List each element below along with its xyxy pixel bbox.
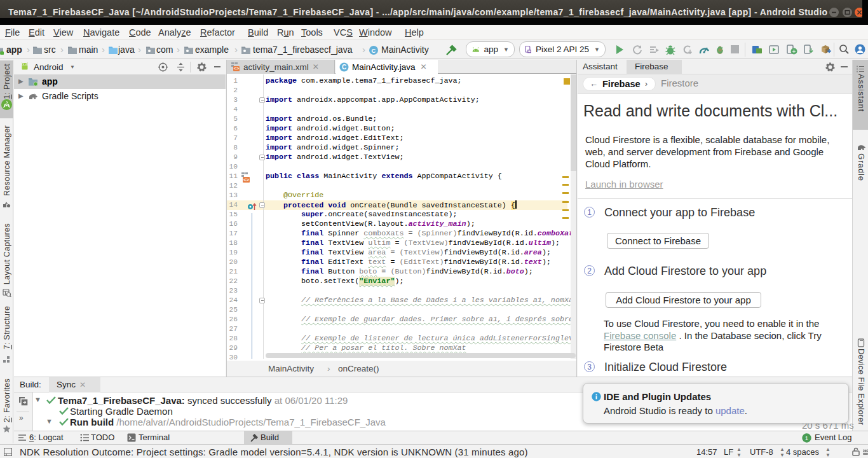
svg-text:C: C [372,47,376,54]
svg-text:<>: <> [243,177,250,183]
svg-text:<>: <> [234,66,239,71]
svg-text:C: C [342,64,346,71]
svg-text:1: 1 [805,434,808,441]
